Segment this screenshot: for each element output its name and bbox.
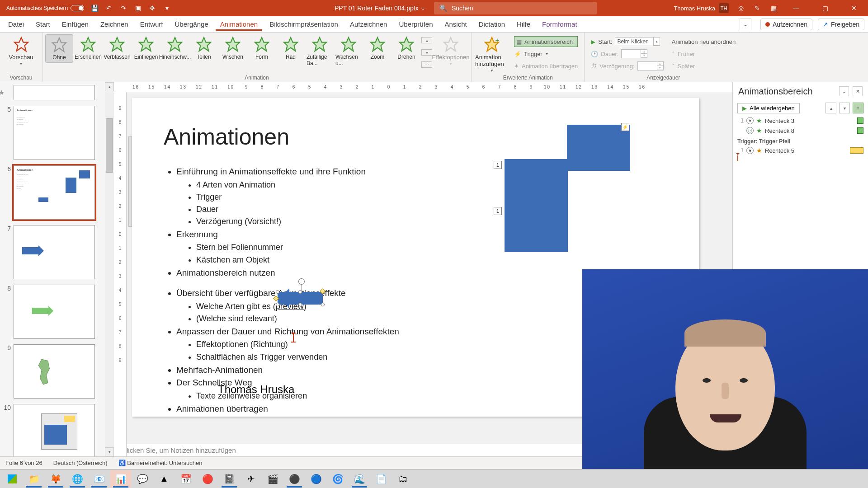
taskbar-app-4[interactable]: 🎬 bbox=[262, 470, 283, 488]
move-down-button[interactable]: ▾ bbox=[839, 103, 850, 113]
anim-einfliegen[interactable]: Einfliegen bbox=[132, 34, 160, 62]
tab-datei[interactable]: Datei bbox=[4, 18, 28, 31]
touch-mode-icon[interactable]: ✥ bbox=[148, 4, 156, 12]
taskbar-app-2[interactable]: 📅 bbox=[175, 470, 196, 488]
present-from-start-icon[interactable]: ▣ bbox=[134, 4, 142, 12]
anim-item-rechteck5[interactable]: 1🖱★Rechteck 5 bbox=[733, 145, 868, 155]
start-button[interactable] bbox=[2, 470, 23, 488]
move-earlier-button[interactable]: ˄Früher bbox=[672, 48, 736, 59]
accessibility-checker[interactable]: ♿ Barrierefreiheit: Untersuchen bbox=[118, 460, 203, 466]
anim-verblassen[interactable]: Verblassen bbox=[103, 34, 131, 62]
account-button[interactable]: Thomas Hruska TH bbox=[674, 3, 729, 13]
anim-item-rechteck8[interactable]: 🕐★Rechteck 8 bbox=[733, 126, 868, 136]
duration-spinner[interactable]: 🕐Dauer:▴▾ bbox=[591, 48, 663, 59]
scroll-down-icon[interactable]: ▾ bbox=[105, 447, 114, 456]
qat-more-icon[interactable]: ▾ bbox=[163, 4, 171, 12]
tab-hilfe[interactable]: Hilfe bbox=[512, 18, 535, 31]
taskbar-obs[interactable]: ⚫ bbox=[284, 470, 305, 488]
gallery-more-button[interactable]: ▴▾⋯ bbox=[421, 34, 432, 70]
window-layout-icon[interactable]: ▦ bbox=[769, 4, 778, 12]
taskbar-vlc[interactable]: ▲ bbox=[154, 470, 175, 488]
timeline-playhead[interactable] bbox=[737, 155, 868, 161]
tab-uebergaenge[interactable]: Übergänge bbox=[170, 18, 213, 31]
timeline-toggle[interactable]: ≡ bbox=[853, 103, 863, 113]
thumbs-scrollbar[interactable]: ▴ ▾ bbox=[105, 82, 114, 456]
minimize-button[interactable]: — bbox=[786, 0, 807, 16]
rectangle-shape-1[interactable] bbox=[567, 125, 630, 171]
anim-drehen[interactable]: Drehen bbox=[392, 34, 420, 62]
taskbar-app-5[interactable]: 🔵 bbox=[306, 470, 326, 488]
anim-rad[interactable]: Rad bbox=[277, 34, 305, 62]
taskbar-firefox[interactable]: 🦊 bbox=[45, 470, 66, 488]
tab-einfuegen[interactable]: Einfügen bbox=[57, 18, 93, 31]
taskbar-app-1[interactable]: 💬 bbox=[132, 470, 153, 488]
anim-erscheinen[interactable]: Erscheinen bbox=[74, 34, 102, 62]
slide-thumb-6[interactable]: 6★Animationen— — — — —— — — —— — —— — — … bbox=[3, 165, 103, 220]
taskbar-outlook[interactable]: 📧 bbox=[89, 470, 109, 488]
scroll-up-icon[interactable]: ▴ bbox=[105, 82, 114, 91]
maximize-button[interactable]: ▢ bbox=[815, 0, 835, 16]
animation-pane-toggle[interactable]: ▤Animationsbereich bbox=[514, 36, 578, 47]
taskbar-app-7[interactable]: 📄 bbox=[371, 470, 392, 488]
slide-thumb-8[interactable]: 8★ bbox=[3, 285, 103, 339]
tab-dictation[interactable]: Dictation bbox=[474, 18, 509, 31]
autosave-toggle[interactable]: Automatisches Speichern bbox=[6, 5, 84, 11]
add-animation-button[interactable]: + Animation hinzufügen ▼ bbox=[474, 34, 509, 75]
tab-formformat[interactable]: Formformat bbox=[538, 18, 582, 31]
language-indicator[interactable]: Deutsch (Österreich) bbox=[53, 460, 108, 466]
taskbar-edge[interactable]: 🌊 bbox=[349, 470, 370, 488]
effect-options-button[interactable]: Effektoptionen ▼ bbox=[433, 34, 468, 68]
slide-thumb-9[interactable]: 9★ bbox=[3, 344, 103, 399]
record-button[interactable]: Aufzeichnen bbox=[760, 19, 812, 30]
animation-painter-button[interactable]: ✦Animation übertragen bbox=[514, 61, 578, 71]
anim-hineinschweben[interactable]: Hineinschw... bbox=[161, 34, 189, 62]
pane-close-icon[interactable]: ✕ bbox=[853, 86, 863, 96]
slide-thumb-4-partial[interactable] bbox=[3, 85, 103, 100]
draw-mode-icon[interactable]: ✎ bbox=[753, 4, 761, 12]
rectangle-shape-2[interactable] bbox=[505, 159, 568, 252]
tab-bildschirm[interactable]: Bildschirmpräsentation bbox=[265, 18, 343, 31]
slide-thumb-5[interactable]: 5★Animationen— — — — —— — — —— — —— — — … bbox=[3, 106, 103, 160]
sync-icon[interactable]: ◎ bbox=[737, 4, 745, 12]
scroll-thumb[interactable] bbox=[106, 118, 113, 173]
tab-zeichnen[interactable]: Zeichnen bbox=[96, 18, 133, 31]
slide-counter[interactable]: Folie 6 von 26 bbox=[5, 460, 42, 466]
close-button[interactable]: ✕ bbox=[844, 0, 864, 16]
tab-animationen[interactable]: Animationen bbox=[216, 18, 262, 31]
slide-thumb-10[interactable]: 10★ bbox=[3, 404, 103, 456]
anim-teilen[interactable]: Teilen bbox=[190, 34, 218, 62]
anim-zufaellig[interactable]: Zufällige Ba... bbox=[306, 34, 334, 68]
taskbar-app-6[interactable]: 🌀 bbox=[327, 470, 348, 488]
play-all-button[interactable]: ▶Alle wiedergeben bbox=[737, 103, 800, 113]
slide-thumb-7[interactable]: 7★ bbox=[3, 225, 103, 279]
tab-aufzeichnen[interactable]: Aufzeichnen bbox=[345, 18, 392, 31]
anim-order-tag-1[interactable]: 1 bbox=[494, 161, 502, 169]
move-later-button[interactable]: ˅Später bbox=[672, 61, 736, 71]
arrow-shape-selected[interactable] bbox=[278, 292, 323, 310]
anim-ohne[interactable]: Ohne bbox=[45, 34, 73, 63]
tab-ansicht[interactable]: Ansicht bbox=[440, 18, 472, 31]
slide-author[interactable]: Thomas Hruska bbox=[218, 383, 294, 396]
delay-spinner[interactable]: ⏱Verzögerung:▴▾ bbox=[591, 61, 663, 71]
move-up-button[interactable]: ▴ bbox=[826, 103, 836, 113]
pane-options-icon[interactable]: ⌄ bbox=[839, 86, 849, 96]
tab-entwurf[interactable]: Entwurf bbox=[136, 18, 168, 31]
anim-wachsen[interactable]: Wachsen u... bbox=[335, 34, 363, 68]
preview-button[interactable]: Vorschau ▼ bbox=[4, 34, 39, 68]
undo-icon[interactable]: ↶ bbox=[105, 4, 113, 12]
tab-start[interactable]: Start bbox=[31, 18, 55, 31]
file-name[interactable]: PPT 01 Roter Faden 004.pptx▽ bbox=[335, 5, 425, 12]
ribbon-collapse-button[interactable]: ⌄ bbox=[740, 19, 751, 30]
rotate-handle[interactable] bbox=[298, 278, 305, 285]
anim-trigger-tag-icon[interactable]: ⚡ bbox=[621, 123, 629, 131]
slide-content[interactable]: Einführung in Animationseffekte und ihre… bbox=[164, 165, 667, 279]
tab-ueberpruefen[interactable]: Überprüfen bbox=[394, 18, 437, 31]
redo-icon[interactable]: ↷ bbox=[119, 4, 127, 12]
save-icon[interactable]: 💾 bbox=[90, 4, 99, 12]
taskbar-app-8[interactable]: 🗂 bbox=[392, 470, 413, 488]
trigger-button[interactable]: ⚡Trigger▼ bbox=[514, 48, 578, 59]
start-dropdown[interactable]: ▶Start:Beim Klicken▴ bbox=[591, 36, 663, 47]
taskbar-explorer[interactable]: 📁 bbox=[24, 470, 44, 488]
taskbar-chrome[interactable]: 🌐 bbox=[67, 470, 88, 488]
anim-wischen[interactable]: Wischen bbox=[219, 34, 247, 62]
